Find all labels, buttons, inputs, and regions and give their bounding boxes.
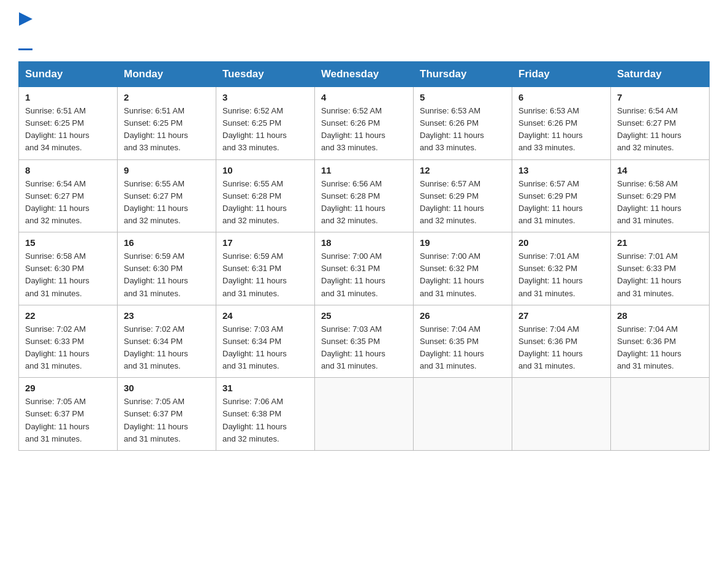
day-info: Sunrise: 6:53 AMSunset: 6:26 PMDaylight:… (518, 105, 604, 155)
day-of-week-header: Wednesday (315, 62, 414, 87)
day-of-week-header: Friday (512, 62, 611, 87)
day-info: Sunrise: 6:51 AMSunset: 6:25 PMDaylight:… (25, 105, 111, 155)
day-number: 31 (222, 383, 308, 393)
day-info: Sunrise: 6:55 AMSunset: 6:28 PMDaylight:… (222, 178, 308, 228)
day-of-week-header: Monday (118, 62, 216, 87)
day-of-week-header: Tuesday (216, 62, 315, 87)
day-info: Sunrise: 7:00 AMSunset: 6:31 PMDaylight:… (321, 250, 407, 300)
calendar-day-cell: 12Sunrise: 6:57 AMSunset: 6:29 PMDayligh… (414, 159, 512, 232)
day-number: 25 (321, 310, 407, 321)
calendar-day-cell: 3Sunrise: 6:52 AMSunset: 6:25 PMDaylight… (216, 87, 315, 160)
calendar-day-cell: 27Sunrise: 7:04 AMSunset: 6:36 PMDayligh… (512, 305, 611, 378)
day-number: 5 (420, 92, 506, 102)
calendar-day-cell: 2Sunrise: 6:51 AMSunset: 6:25 PMDaylight… (118, 87, 216, 160)
calendar-day-cell: 31Sunrise: 7:06 AMSunset: 6:38 PMDayligh… (216, 378, 315, 451)
day-info: Sunrise: 7:05 AMSunset: 6:37 PMDaylight:… (124, 396, 210, 445)
day-info: Sunrise: 6:52 AMSunset: 6:25 PMDaylight:… (222, 105, 308, 155)
day-info: Sunrise: 6:52 AMSunset: 6:26 PMDaylight:… (321, 105, 407, 155)
day-number: 24 (222, 310, 308, 321)
day-info: Sunrise: 6:58 AMSunset: 6:29 PMDaylight:… (617, 178, 703, 228)
calendar-day-cell (512, 378, 611, 451)
day-of-week-header: Saturday (611, 62, 710, 87)
day-number: 26 (420, 310, 506, 321)
calendar-day-cell: 5Sunrise: 6:53 AMSunset: 6:26 PMDaylight… (414, 87, 512, 160)
calendar-day-cell: 13Sunrise: 6:57 AMSunset: 6:29 PMDayligh… (512, 159, 611, 232)
day-number: 13 (518, 165, 604, 175)
calendar-day-cell: 23Sunrise: 7:02 AMSunset: 6:34 PMDayligh… (118, 305, 216, 378)
page-header (18, 12, 710, 50)
svg-marker-0 (19, 12, 32, 26)
day-info: Sunrise: 6:56 AMSunset: 6:28 PMDaylight:… (321, 178, 407, 228)
day-number: 11 (321, 165, 407, 175)
day-info: Sunrise: 6:57 AMSunset: 6:29 PMDaylight:… (420, 178, 506, 228)
calendar-week-row: 1Sunrise: 6:51 AMSunset: 6:25 PMDaylight… (19, 87, 710, 160)
day-info: Sunrise: 7:02 AMSunset: 6:33 PMDaylight:… (25, 323, 111, 373)
calendar-day-cell: 28Sunrise: 7:04 AMSunset: 6:36 PMDayligh… (611, 305, 710, 378)
day-info: Sunrise: 6:58 AMSunset: 6:30 PMDaylight:… (25, 250, 111, 300)
day-info: Sunrise: 6:59 AMSunset: 6:31 PMDaylight:… (222, 250, 308, 300)
day-number: 6 (518, 92, 604, 102)
calendar-week-row: 22Sunrise: 7:02 AMSunset: 6:33 PMDayligh… (19, 305, 710, 378)
day-number: 2 (124, 92, 210, 102)
day-number: 7 (617, 92, 703, 102)
calendar-day-cell: 25Sunrise: 7:03 AMSunset: 6:35 PMDayligh… (315, 305, 414, 378)
logo (18, 12, 32, 50)
day-info: Sunrise: 7:02 AMSunset: 6:34 PMDaylight:… (124, 323, 210, 373)
calendar-day-cell: 9Sunrise: 6:55 AMSunset: 6:27 PMDaylight… (118, 159, 216, 232)
day-info: Sunrise: 7:03 AMSunset: 6:34 PMDaylight:… (222, 323, 308, 373)
calendar-day-cell: 22Sunrise: 7:02 AMSunset: 6:33 PMDayligh… (19, 305, 118, 378)
calendar-week-row: 29Sunrise: 7:05 AMSunset: 6:37 PMDayligh… (19, 378, 710, 451)
day-number: 16 (124, 237, 210, 248)
day-number: 8 (25, 165, 111, 175)
day-info: Sunrise: 6:51 AMSunset: 6:25 PMDaylight:… (124, 105, 210, 155)
day-number: 9 (124, 165, 210, 175)
calendar-day-cell: 10Sunrise: 6:55 AMSunset: 6:28 PMDayligh… (216, 159, 315, 232)
day-of-week-header: Sunday (19, 62, 118, 87)
day-info: Sunrise: 7:05 AMSunset: 6:37 PMDaylight:… (25, 396, 111, 445)
calendar-week-row: 8Sunrise: 6:54 AMSunset: 6:27 PMDaylight… (19, 159, 710, 232)
day-info: Sunrise: 6:54 AMSunset: 6:27 PMDaylight:… (617, 105, 703, 155)
calendar-day-cell: 4Sunrise: 6:52 AMSunset: 6:26 PMDaylight… (315, 87, 414, 160)
calendar-week-row: 15Sunrise: 6:58 AMSunset: 6:30 PMDayligh… (19, 232, 710, 305)
day-info: Sunrise: 7:01 AMSunset: 6:33 PMDaylight:… (617, 250, 703, 300)
day-number: 17 (222, 237, 308, 248)
day-number: 30 (124, 383, 210, 393)
day-info: Sunrise: 6:57 AMSunset: 6:29 PMDaylight:… (518, 178, 604, 228)
day-number: 23 (124, 310, 210, 321)
day-info: Sunrise: 7:04 AMSunset: 6:36 PMDaylight:… (518, 323, 604, 373)
calendar-day-cell: 1Sunrise: 6:51 AMSunset: 6:25 PMDaylight… (19, 87, 118, 160)
day-info: Sunrise: 7:00 AMSunset: 6:32 PMDaylight:… (420, 250, 506, 300)
calendar-day-cell: 30Sunrise: 7:05 AMSunset: 6:37 PMDayligh… (118, 378, 216, 451)
day-number: 18 (321, 237, 407, 248)
day-number: 1 (25, 92, 111, 102)
day-info: Sunrise: 6:55 AMSunset: 6:27 PMDaylight:… (124, 178, 210, 228)
day-info: Sunrise: 7:03 AMSunset: 6:35 PMDaylight:… (321, 323, 407, 373)
day-number: 3 (222, 92, 308, 102)
day-info: Sunrise: 6:53 AMSunset: 6:26 PMDaylight:… (420, 105, 506, 155)
calendar-day-cell: 14Sunrise: 6:58 AMSunset: 6:29 PMDayligh… (611, 159, 710, 232)
day-info: Sunrise: 7:04 AMSunset: 6:35 PMDaylight:… (420, 323, 506, 373)
day-number: 14 (617, 165, 703, 175)
logo-arrow-icon (19, 12, 32, 26)
calendar-header-row: SundayMondayTuesdayWednesdayThursdayFrid… (19, 62, 710, 87)
day-of-week-header: Thursday (414, 62, 512, 87)
calendar-day-cell: 29Sunrise: 7:05 AMSunset: 6:37 PMDayligh… (19, 378, 118, 451)
day-number: 15 (25, 237, 111, 248)
logo-underline (18, 48, 32, 50)
calendar-table: SundayMondayTuesdayWednesdayThursdayFrid… (18, 61, 710, 451)
calendar-day-cell: 21Sunrise: 7:01 AMSunset: 6:33 PMDayligh… (611, 232, 710, 305)
day-info: Sunrise: 7:04 AMSunset: 6:36 PMDaylight:… (617, 323, 703, 373)
day-info: Sunrise: 6:54 AMSunset: 6:27 PMDaylight:… (25, 178, 111, 228)
calendar-day-cell: 15Sunrise: 6:58 AMSunset: 6:30 PMDayligh… (19, 232, 118, 305)
day-number: 22 (25, 310, 111, 321)
day-info: Sunrise: 6:59 AMSunset: 6:30 PMDaylight:… (124, 250, 210, 300)
calendar-day-cell: 18Sunrise: 7:00 AMSunset: 6:31 PMDayligh… (315, 232, 414, 305)
calendar-day-cell: 16Sunrise: 6:59 AMSunset: 6:30 PMDayligh… (118, 232, 216, 305)
calendar-day-cell: 8Sunrise: 6:54 AMSunset: 6:27 PMDaylight… (19, 159, 118, 232)
day-info: Sunrise: 7:01 AMSunset: 6:32 PMDaylight:… (518, 250, 604, 300)
day-number: 29 (25, 383, 111, 393)
calendar-day-cell: 6Sunrise: 6:53 AMSunset: 6:26 PMDaylight… (512, 87, 611, 160)
day-number: 28 (617, 310, 703, 321)
calendar-day-cell: 26Sunrise: 7:04 AMSunset: 6:35 PMDayligh… (414, 305, 512, 378)
day-number: 12 (420, 165, 506, 175)
